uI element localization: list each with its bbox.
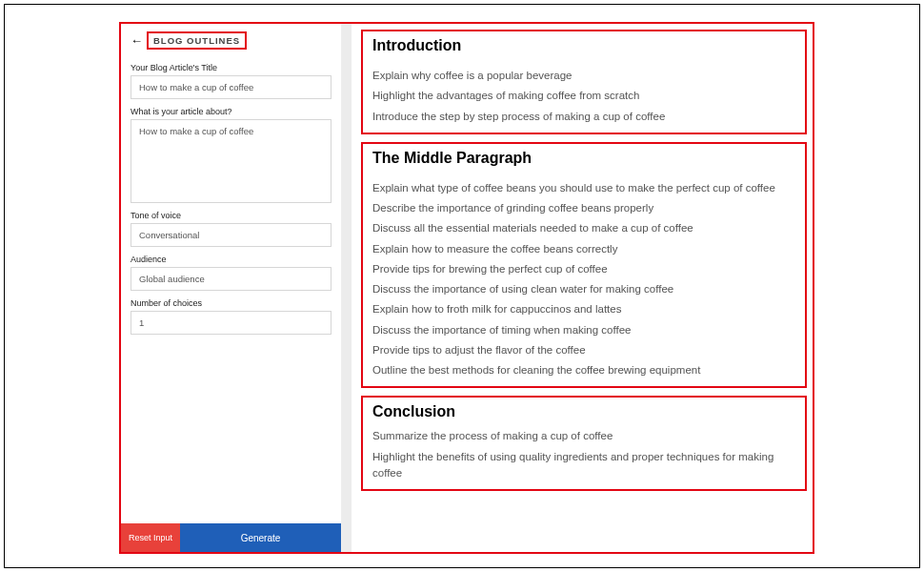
list-item: Discuss the importance of using clean wa… [372, 281, 795, 297]
middle-title: The Middle Paragraph [372, 150, 795, 167]
tone-input[interactable] [131, 223, 331, 247]
about-textarea[interactable]: How to make a cup of coffee [131, 119, 331, 203]
list-item: Provide tips for brewing the perfect cup… [372, 261, 795, 277]
middle-block: The Middle Paragraph Explain what type o… [361, 142, 807, 389]
tone-label: Tone of voice [131, 211, 331, 220]
intro-title: Introduction [372, 37, 795, 54]
sidebar-inner: ← BLOG OUTLINES Your Blog Article's Titl… [121, 24, 341, 523]
sidebar: ← BLOG OUTLINES Your Blog Article's Titl… [121, 24, 342, 552]
conclusion-list: Summarize the process of making a cup of… [372, 428, 795, 481]
back-arrow-icon[interactable]: ← [131, 34, 143, 47]
about-group: What is your article about? How to make … [131, 107, 331, 203]
header-row: ← BLOG OUTLINES [131, 31, 331, 50]
list-item: Discuss all the essential materials need… [372, 220, 795, 236]
app-frame: ← BLOG OUTLINES Your Blog Article's Titl… [119, 22, 814, 554]
list-item: Summarize the process of making a cup of… [372, 428, 795, 444]
audience-group: Audience [131, 255, 331, 291]
reset-button[interactable]: Reset Input [121, 523, 180, 552]
audience-label: Audience [131, 255, 331, 264]
choices-input[interactable] [131, 311, 331, 335]
intro-list: Explain why coffee is a popular beverage… [372, 68, 795, 125]
title-label: Your Blog Article's Title [131, 63, 331, 72]
generate-button[interactable]: Generate [180, 523, 341, 552]
list-item: Explain why coffee is a popular beverage [372, 68, 795, 84]
conclusion-title: Conclusion [372, 403, 795, 420]
tone-group: Tone of voice [131, 211, 331, 247]
list-item: Explain how to measure the coffee beans … [372, 241, 795, 257]
list-item: Outline the best methods for cleaning th… [372, 362, 795, 378]
title-group: Your Blog Article's Title [131, 63, 331, 99]
list-item: Describe the importance of grinding coff… [372, 200, 795, 216]
list-item: Highlight the benefits of using quality … [372, 449, 795, 482]
audience-input[interactable] [131, 267, 331, 291]
choices-label: Number of choices [131, 298, 331, 308]
list-item: Explain what type of coffee beans you sh… [372, 180, 795, 196]
content-area: Introduction Explain why coffee is a pop… [352, 24, 813, 552]
list-item: Introduce the step by step process of ma… [372, 109, 795, 125]
list-item: Discuss the importance of timing when ma… [372, 322, 795, 338]
title-input[interactable] [131, 75, 331, 99]
choices-group: Number of choices [131, 298, 331, 335]
list-item: Highlight the advantages of making coffe… [372, 88, 795, 104]
divider-column [342, 24, 352, 552]
intro-block: Introduction Explain why coffee is a pop… [361, 30, 807, 134]
page-title-badge: BLOG OUTLINES [147, 31, 247, 50]
outer-frame: ← BLOG OUTLINES Your Blog Article's Titl… [4, 4, 920, 568]
conclusion-block: Conclusion Summarize the process of maki… [361, 396, 807, 491]
list-item: Explain how to froth milk for cappuccino… [372, 301, 795, 317]
list-item: Provide tips to adjust the flavor of the… [372, 342, 795, 358]
about-label: What is your article about? [131, 107, 331, 116]
button-row: Reset Input Generate [121, 523, 341, 552]
middle-list: Explain what type of coffee beans you sh… [372, 180, 795, 379]
